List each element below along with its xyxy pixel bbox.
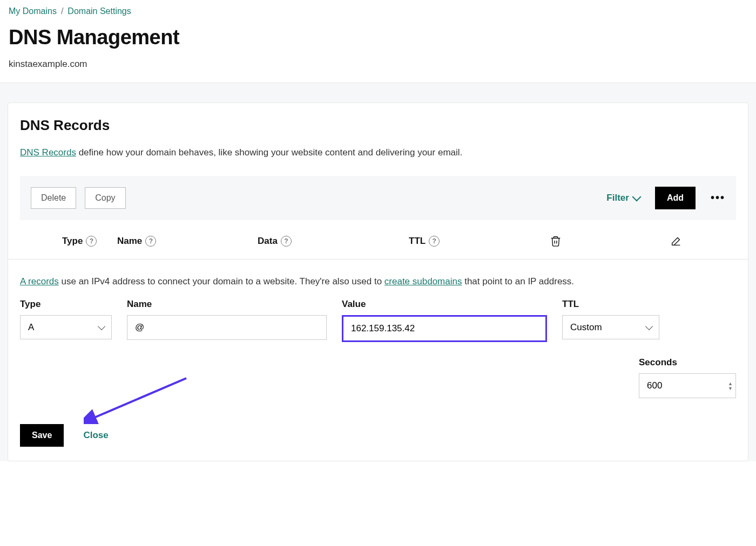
ttl-label: TTL xyxy=(562,299,659,310)
help-icon[interactable]: ? xyxy=(281,236,292,247)
toolbar-right: Filter Add ••• xyxy=(606,187,725,209)
help-icon[interactable]: ? xyxy=(429,236,440,247)
page-header: My Domains / Domain Settings DNS Managem… xyxy=(0,0,756,83)
column-edit xyxy=(616,235,736,247)
trash-icon[interactable] xyxy=(550,235,562,247)
chevron-down-icon xyxy=(632,192,641,201)
records-toolbar: Delete Copy Filter Add ••• xyxy=(20,176,736,220)
toolbar-left: Delete Copy xyxy=(31,187,126,209)
copy-button[interactable]: Copy xyxy=(85,187,125,209)
edit-icon[interactable] xyxy=(670,235,682,247)
column-delete xyxy=(495,235,616,247)
help-icon[interactable]: ? xyxy=(86,236,97,247)
breadcrumb-my-domains[interactable]: My Domains xyxy=(9,6,57,16)
seconds-input[interactable] xyxy=(639,373,736,398)
record-desc-text2: that point to an IP address. xyxy=(462,276,574,286)
record-desc-text1: use an IPv4 address to connect your doma… xyxy=(59,276,384,286)
seconds-label: Seconds xyxy=(639,357,736,368)
column-name: Name ? xyxy=(117,236,258,247)
breadcrumb: My Domains / Domain Settings xyxy=(9,6,747,16)
number-stepper[interactable]: ▲▼ xyxy=(728,381,733,391)
column-type-label: Type xyxy=(62,236,83,247)
seconds-field-group: Seconds ▲▼ xyxy=(639,357,736,398)
ttl-select[interactable]: Custom xyxy=(562,315,659,339)
save-button[interactable]: Save xyxy=(20,424,64,447)
ttl-field-group: TTL Custom xyxy=(562,299,659,342)
records-table-header: Type ? Name ? Data ? TTL ? xyxy=(8,220,748,260)
column-type: Type ? xyxy=(20,236,117,247)
create-subdomains-link[interactable]: create subdomains xyxy=(384,276,462,286)
value-input[interactable] xyxy=(342,315,547,342)
add-button[interactable]: Add xyxy=(655,187,696,209)
name-field-group: Name xyxy=(127,299,327,342)
column-name-label: Name xyxy=(117,236,142,247)
close-button[interactable]: Close xyxy=(83,430,108,441)
card-title: DNS Records xyxy=(20,117,736,134)
dns-records-card: DNS Records DNS Records define how your … xyxy=(8,103,748,461)
delete-button[interactable]: Delete xyxy=(31,187,76,209)
record-form-row: Type A Name Value T xyxy=(8,288,748,342)
page-title: DNS Management xyxy=(9,26,747,49)
a-records-link[interactable]: A records xyxy=(20,276,59,286)
help-icon[interactable]: ? xyxy=(145,236,156,247)
form-actions: Save Close xyxy=(8,398,748,461)
record-type-description: A records use an IPv4 address to connect… xyxy=(8,263,748,289)
type-label: Type xyxy=(20,299,112,310)
seconds-row: Seconds ▲▼ xyxy=(8,342,748,398)
breadcrumb-separator: / xyxy=(61,6,63,16)
name-input[interactable] xyxy=(127,315,327,340)
column-ttl-label: TTL xyxy=(409,236,426,247)
dns-records-link[interactable]: DNS Records xyxy=(20,147,76,158)
card-desc-text: define how your domain behaves, like sho… xyxy=(76,147,462,158)
card-header: DNS Records DNS Records define how your … xyxy=(8,103,748,167)
record-edit-section: A records use an IPv4 address to connect… xyxy=(8,260,748,461)
column-ttl: TTL ? xyxy=(409,236,495,247)
filter-dropdown[interactable]: Filter xyxy=(606,193,640,203)
name-label: Name xyxy=(127,299,327,310)
more-options-icon[interactable]: ••• xyxy=(711,192,725,204)
card-description: DNS Records define how your domain behav… xyxy=(20,146,736,160)
domain-name: kinstaexample.com xyxy=(9,59,747,70)
value-label: Value xyxy=(342,299,547,310)
content-area: DNS Records DNS Records define how your … xyxy=(0,83,756,461)
type-field-group: Type A xyxy=(20,299,112,342)
filter-label: Filter xyxy=(606,193,629,203)
type-select[interactable]: A xyxy=(20,315,112,339)
column-data-label: Data xyxy=(258,236,278,247)
column-data: Data ? xyxy=(258,236,409,247)
value-field-group: Value xyxy=(342,299,547,342)
breadcrumb-domain-settings[interactable]: Domain Settings xyxy=(68,6,131,16)
